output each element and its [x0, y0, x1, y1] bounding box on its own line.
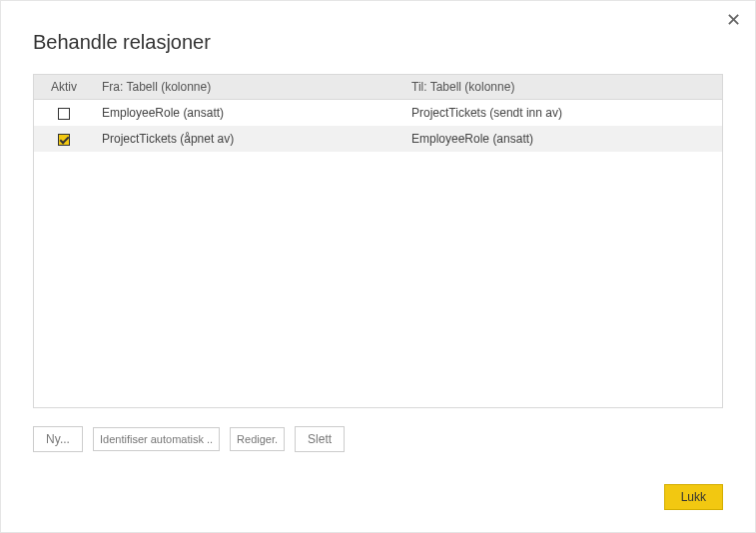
header-from: Fra: Tabell (kolonne) [94, 75, 403, 100]
dialog-title: Behandle relasjoner [1, 1, 755, 74]
header-active: Aktiv [34, 75, 94, 100]
active-checkbox[interactable] [58, 108, 70, 120]
relations-table-container: Aktiv Fra: Tabell (kolonne) Til: Tabell … [33, 74, 723, 408]
action-button-row: Ny... Identifiser automatisk .. Rediger.… [1, 408, 755, 452]
active-checkbox[interactable] [58, 134, 70, 146]
dialog-footer: Lukk [664, 484, 723, 510]
cell-to: EmployeeRole (ansatt) [403, 126, 722, 152]
close-button[interactable]: Lukk [664, 484, 723, 510]
relations-table: Aktiv Fra: Tabell (kolonne) Til: Tabell … [34, 75, 722, 152]
cell-from: ProjectTickets (åpnet av) [94, 126, 403, 152]
cell-from: EmployeeRole (ansatt) [94, 100, 403, 127]
header-to: Til: Tabell (kolonne) [403, 75, 722, 100]
cell-to: ProjectTickets (sendt inn av) [403, 100, 722, 127]
table-row[interactable]: EmployeeRole (ansatt) ProjectTickets (se… [34, 100, 722, 127]
autodetect-button[interactable]: Identifiser automatisk .. [93, 427, 220, 451]
new-button[interactable]: Ny... [33, 426, 83, 452]
close-icon[interactable]: ✕ [726, 11, 741, 29]
delete-button[interactable]: Slett [295, 426, 345, 452]
edit-button[interactable]: Rediger. [230, 427, 285, 451]
table-row[interactable]: ProjectTickets (åpnet av) EmployeeRole (… [34, 126, 722, 152]
